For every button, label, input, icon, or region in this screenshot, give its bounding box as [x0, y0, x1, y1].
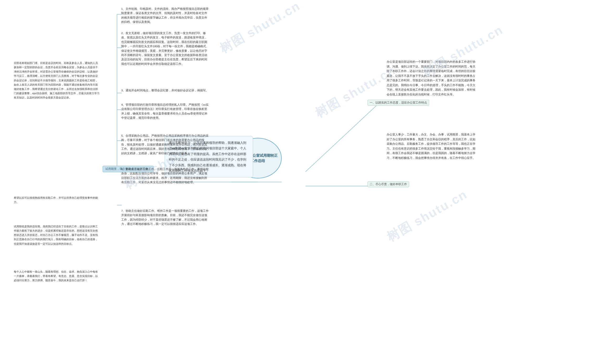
left-item-2: 2、发文无差错，做好项目部的发文工作。负责一发文件的打印、修改、留底以及红头文件… — [121, 31, 210, 66]
far-left-aspiration-text: 每个人心中都有一座山头，随着有理想、信念、追求、抱负深入心中每有一片森林，承载着… — [14, 270, 100, 282]
left-item-4: 4、管理项目部的行政印章和项目总经理的私人印章。严格按照《xx实业有限公司印章管… — [121, 103, 210, 120]
right-text-1: 办公室是项目部运转的一个重要部门，对项目部内外的各多工作进行协调、沟通、做到上情… — [387, 60, 477, 97]
right-branch-label-2: 二、尽心尽责，做好本职工作 — [368, 181, 409, 187]
left-item-6: 6、协助主任做好后勤工作。后勤工作是一项服务性的工作，事情比较杂杂，比如配合项目… — [121, 167, 210, 185]
left-item-1: 1、文件轮阅、印相及时。文件的流转、阅办严格按照项目总部的规章制度要求，保证各类… — [121, 7, 210, 24]
far-left-meeting-text: 目部名称初始部门准、目前是会议的时间、名称及参会人员，通知的人员参加和一定型的部… — [14, 61, 100, 100]
right-branch-label-1: 一、以踏实的工作态度，适应办公室工作特点 — [368, 100, 429, 106]
left-item-7: 7、协助主任做好后勤工作。维持工作是一项很重要的工作，这项工作开展得好与坏直接影… — [121, 209, 210, 226]
far-left-trial-text: 试用期也是我的适应期。虽然我已经适应了目前的工作，是慢点认识和工作能力都有了较大… — [14, 224, 100, 246]
left-item-5: 5、合理采购办公用品。严格按照办公用品采购程序查行办公用品的采购，尽量不浪费，对… — [121, 134, 210, 156]
right-text-2: 办公室人事少，工作量大，办文、办会、办事，试用期里，我基本上学好了办公室的所有事… — [387, 132, 477, 160]
far-left-logistics-text: 希望以后可以很很熟练用有后勤工作，并可以培养自己处理突发事件的能力。 — [14, 195, 100, 204]
mindmap-container: 项目部办公室试用期转正 工作总结 通过不断地学习，以及同事和领导的帮助，我逐渐融… — [0, 0, 611, 364]
left-item-3: 3、通知开会时间地点，整理会议纪要，并对做好会议记录，例描写。 — [121, 88, 210, 92]
